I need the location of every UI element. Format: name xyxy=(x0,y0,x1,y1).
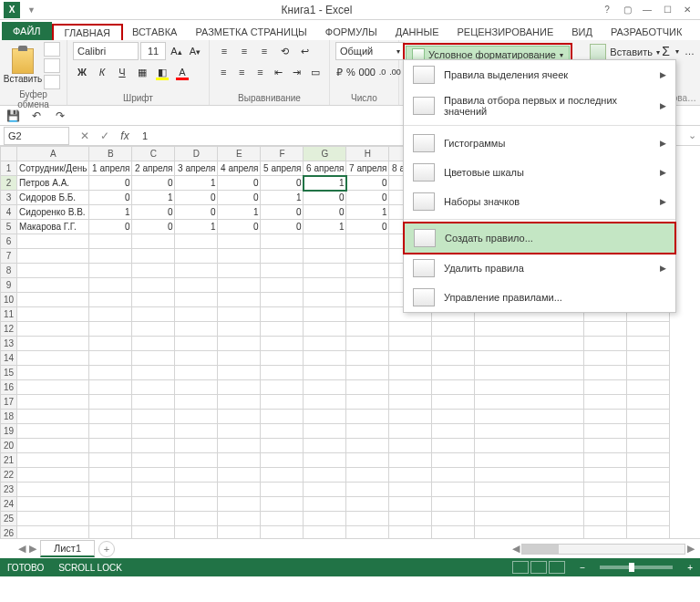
window-title: Книга1 - Excel xyxy=(36,4,598,16)
decrease-indent-button[interactable]: ⇤ xyxy=(271,63,287,81)
minimize-icon[interactable]: — xyxy=(638,3,656,17)
conditional-formatting-menu: Правила выделения ячеек ▶ Правила отбора… xyxy=(403,59,676,313)
help-icon[interactable]: ? xyxy=(598,3,616,17)
status-scroll-lock: SCROLL LOCK xyxy=(58,563,122,573)
paste-label: Вставить xyxy=(4,74,42,84)
cf-manage-rules[interactable]: Управление правилами... xyxy=(404,283,675,312)
decrease-decimal-button[interactable]: .00 xyxy=(388,63,402,81)
expand-formula-bar-button[interactable]: ⌄ xyxy=(684,130,700,141)
icon-sets-icon xyxy=(413,192,435,211)
underline-button[interactable]: Ч xyxy=(113,63,131,81)
tab-home[interactable]: ГЛАВНАЯ xyxy=(52,24,123,40)
copy-button[interactable] xyxy=(44,58,60,73)
tab-review[interactable]: РЕЦЕНЗИРОВАНИЕ xyxy=(448,24,562,40)
percent-button[interactable]: % xyxy=(345,63,356,81)
bold-button[interactable]: Ж xyxy=(73,63,91,81)
cancel-formula-button[interactable]: ✕ xyxy=(77,130,93,142)
cf-color-scales[interactable]: Цветовые шкалы ▶ xyxy=(404,158,675,187)
tab-insert[interactable]: ВСТАВКА xyxy=(123,24,186,40)
clipboard-icon xyxy=(12,48,34,74)
italic-button[interactable]: К xyxy=(93,63,111,81)
orientation-button[interactable]: ⟲ xyxy=(275,42,293,60)
zoom-slider[interactable] xyxy=(600,566,673,569)
page-break-view-button[interactable] xyxy=(549,561,565,574)
cf-icon-sets[interactable]: Наборы значков ▶ xyxy=(404,187,675,216)
autosum-button[interactable]: Σ xyxy=(662,44,670,58)
align-bottom-button[interactable]: ≡ xyxy=(255,42,273,60)
save-button[interactable]: 💾 xyxy=(5,109,20,123)
undo-button[interactable]: ↶ xyxy=(29,109,44,123)
hscroll-left[interactable]: ◀ xyxy=(512,543,520,555)
status-bar: ГОТОВО SCROLL LOCK − + xyxy=(0,558,700,576)
tab-page-layout[interactable]: РАЗМЕТКА СТРАНИЦЫ xyxy=(186,24,315,40)
sheet-nav-next[interactable]: ▶ xyxy=(29,543,36,555)
manage-rules-icon xyxy=(413,288,435,306)
horizontal-scrollbar[interactable] xyxy=(521,544,685,555)
cut-button[interactable] xyxy=(44,42,60,57)
cf-data-bars[interactable]: Гистограммы ▶ xyxy=(404,129,675,158)
zoom-out-button[interactable]: − xyxy=(580,563,585,573)
tab-view[interactable]: ВИД xyxy=(562,24,602,40)
increase-font-button[interactable]: A▴ xyxy=(168,42,184,60)
sheet-nav-prev[interactable]: ◀ xyxy=(18,543,26,555)
hscroll-right[interactable]: ▶ xyxy=(687,543,695,555)
close-icon[interactable]: ✕ xyxy=(678,3,696,17)
chevron-down-icon: ▾ xyxy=(560,51,563,59)
zoom-in-button[interactable]: + xyxy=(687,563,693,573)
ribbon-collapse-icon[interactable]: ▢ xyxy=(618,3,636,17)
cf-top-bottom-rules[interactable]: Правила отбора первых и последних значен… xyxy=(404,89,675,122)
font-size-select[interactable]: 11 xyxy=(140,42,166,60)
chevron-right-icon: ▶ xyxy=(660,264,666,273)
chevron-right-icon: ▶ xyxy=(660,168,666,177)
insert-cells-icon xyxy=(590,44,606,60)
maximize-icon[interactable]: ☐ xyxy=(658,3,676,17)
redo-button[interactable]: ↷ xyxy=(53,109,67,123)
merge-button[interactable]: ▭ xyxy=(307,63,324,81)
increase-indent-button[interactable]: ⇥ xyxy=(289,63,305,81)
align-right-button[interactable]: ≡ xyxy=(252,63,268,81)
clipboard-group-label: Буфер обмена xyxy=(5,89,61,109)
tab-developer[interactable]: РАЗРАБОТЧИК xyxy=(602,24,691,40)
number-format-select[interactable]: Общий▾ xyxy=(335,42,405,60)
comma-button[interactable]: 000 xyxy=(358,63,376,81)
paste-button[interactable]: Вставить xyxy=(5,42,40,89)
currency-button[interactable]: ₽ xyxy=(335,63,344,81)
borders-button[interactable]: ▦ xyxy=(133,63,151,81)
align-center-button[interactable]: ≡ xyxy=(233,63,250,81)
align-top-button[interactable]: ≡ xyxy=(215,42,233,60)
page-layout-view-button[interactable] xyxy=(530,561,547,574)
fill-color-button[interactable]: ◧ xyxy=(153,63,171,81)
wrap-text-button[interactable]: ↩ xyxy=(295,42,314,60)
color-scales-icon xyxy=(413,163,435,182)
format-painter-button[interactable] xyxy=(44,75,60,89)
qat-dropdown-icon[interactable]: ▼ xyxy=(27,5,36,15)
name-box[interactable]: G2 xyxy=(4,127,69,145)
more-button[interactable]: … xyxy=(685,46,695,57)
tab-file[interactable]: ФАЙЛ xyxy=(2,22,52,40)
number-group-label: Число xyxy=(335,93,393,103)
chevron-right-icon: ▶ xyxy=(660,197,666,206)
insert-function-button[interactable]: fx xyxy=(117,130,133,142)
chevron-right-icon: ▶ xyxy=(660,101,666,110)
alignment-group-label: Выравнивание xyxy=(215,93,324,103)
decrease-font-button[interactable]: A▾ xyxy=(187,42,203,60)
titlebar: X ▼ Книга1 - Excel ? ▢ — ☐ ✕ xyxy=(0,0,700,20)
new-sheet-button[interactable]: + xyxy=(98,541,115,557)
align-middle-button[interactable]: ≡ xyxy=(235,42,253,60)
normal-view-button[interactable] xyxy=(512,561,529,574)
top-bottom-icon xyxy=(413,97,435,115)
cf-new-rule[interactable]: Создать правило... xyxy=(405,223,674,253)
clear-rules-icon xyxy=(413,259,435,277)
cf-clear-rules[interactable]: Удалить правила ▶ xyxy=(404,254,675,283)
font-group-label: Шрифт xyxy=(73,93,203,103)
sheet-tab-1[interactable]: Лист1 xyxy=(40,540,95,557)
align-left-button[interactable]: ≡ xyxy=(215,63,232,81)
font-color-button[interactable]: A xyxy=(173,63,191,81)
insert-cells-button[interactable]: Вставить ▾ xyxy=(590,44,660,60)
enter-formula-button[interactable]: ✓ xyxy=(97,130,113,142)
increase-decimal-button[interactable]: .0 xyxy=(378,63,387,81)
cf-highlight-cells-rules[interactable]: Правила выделения ячеек ▶ xyxy=(404,60,675,89)
font-name-select[interactable]: Calibri xyxy=(73,42,139,60)
tab-data[interactable]: ДАННЫЕ xyxy=(386,24,448,40)
tab-formulas[interactable]: ФОРМУЛЫ xyxy=(316,24,386,40)
